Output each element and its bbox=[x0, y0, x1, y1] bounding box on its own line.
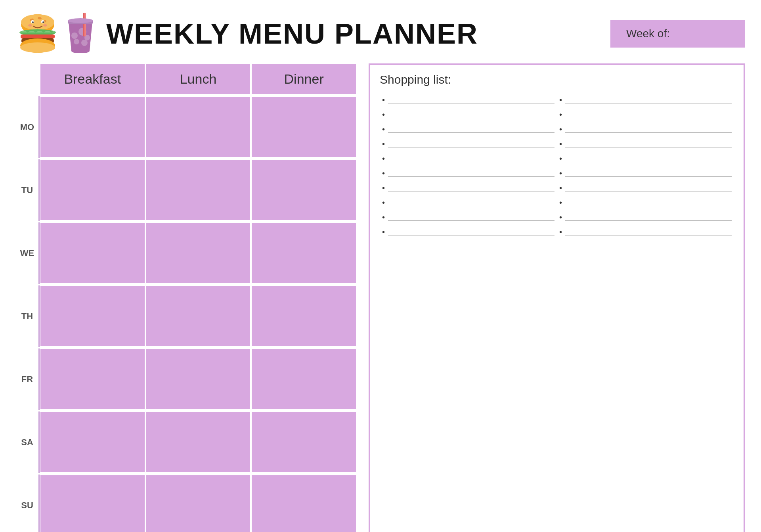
list-item[interactable]: • bbox=[557, 107, 734, 122]
planner-body: MO TU WE TH bbox=[16, 95, 357, 532]
bullet-icon: • bbox=[382, 110, 385, 119]
dinner-header: Dinner bbox=[251, 63, 357, 95]
shopping-line bbox=[565, 112, 732, 118]
shopping-line bbox=[388, 156, 554, 162]
sunday-dinner[interactable] bbox=[251, 475, 357, 532]
planner-column-headers: Breakfast Lunch Dinner bbox=[16, 63, 357, 95]
lunch-header: Lunch bbox=[145, 63, 251, 95]
svg-point-19 bbox=[74, 39, 79, 44]
header-icons bbox=[16, 12, 98, 55]
list-item[interactable]: • bbox=[380, 181, 557, 195]
shopping-line bbox=[388, 112, 554, 118]
drink-icon bbox=[63, 12, 98, 55]
list-item[interactable]: • bbox=[380, 93, 557, 107]
tuesday-breakfast[interactable] bbox=[40, 159, 145, 221]
bullet-icon: • bbox=[559, 96, 562, 105]
planner: Breakfast Lunch Dinner MO TU WE bbox=[16, 63, 357, 532]
list-item[interactable]: • bbox=[380, 122, 557, 137]
bullet-icon: • bbox=[382, 140, 385, 149]
bullet-icon: • bbox=[559, 228, 562, 237]
bullet-icon: • bbox=[559, 140, 562, 149]
list-item[interactable]: • bbox=[557, 195, 734, 210]
list-item[interactable]: • bbox=[557, 137, 734, 151]
wednesday-dinner[interactable] bbox=[251, 222, 357, 284]
table-row: MO bbox=[16, 95, 357, 158]
friday-breakfast[interactable] bbox=[40, 348, 145, 410]
bullet-icon: • bbox=[382, 169, 385, 178]
day-spacer bbox=[16, 63, 40, 95]
wednesday-lunch[interactable] bbox=[145, 222, 251, 284]
saturday-lunch[interactable] bbox=[145, 411, 251, 473]
table-row: SU bbox=[16, 473, 357, 532]
list-item[interactable]: • bbox=[557, 151, 734, 166]
list-item[interactable]: • bbox=[557, 166, 734, 181]
bullet-icon: • bbox=[382, 228, 385, 237]
day-saturday: SA bbox=[16, 411, 40, 473]
svg-point-10 bbox=[43, 24, 47, 27]
list-item[interactable]: • bbox=[557, 122, 734, 137]
tuesday-lunch[interactable] bbox=[145, 159, 251, 221]
bullet-icon: • bbox=[559, 213, 562, 222]
shopping-line bbox=[388, 200, 554, 206]
shopping-line bbox=[565, 185, 732, 191]
list-item[interactable]: • bbox=[557, 225, 734, 239]
shopping-line bbox=[388, 141, 554, 147]
svg-point-15 bbox=[20, 42, 55, 53]
list-item[interactable]: • bbox=[380, 107, 557, 122]
week-of-label: Week of: bbox=[626, 27, 670, 40]
list-item[interactable]: • bbox=[380, 210, 557, 225]
page-title: WEEKLY MENU PLANNER bbox=[106, 17, 610, 50]
svg-point-20 bbox=[81, 40, 88, 46]
bullet-icon: • bbox=[382, 198, 385, 207]
monday-breakfast[interactable] bbox=[40, 96, 145, 158]
shopping-line bbox=[565, 141, 732, 147]
bullet-icon: • bbox=[559, 110, 562, 119]
saturday-dinner[interactable] bbox=[251, 411, 357, 473]
list-item[interactable]: • bbox=[380, 137, 557, 151]
wednesday-breakfast[interactable] bbox=[40, 222, 145, 284]
list-item[interactable]: • bbox=[557, 93, 734, 107]
table-row: SA bbox=[16, 410, 357, 473]
bullet-icon: • bbox=[382, 96, 385, 105]
svg-point-9 bbox=[28, 24, 32, 27]
thursday-breakfast[interactable] bbox=[40, 285, 145, 347]
list-item[interactable]: • bbox=[380, 151, 557, 166]
shopping-line bbox=[565, 97, 732, 103]
bullet-icon: • bbox=[382, 213, 385, 222]
list-item[interactable]: • bbox=[557, 181, 734, 195]
list-item[interactable]: • bbox=[380, 195, 557, 210]
sunday-breakfast[interactable] bbox=[40, 475, 145, 532]
bullet-icon: • bbox=[559, 169, 562, 178]
saturday-breakfast[interactable] bbox=[40, 411, 145, 473]
shopping-line bbox=[388, 170, 554, 177]
svg-point-24 bbox=[68, 18, 93, 23]
tuesday-dinner[interactable] bbox=[251, 159, 357, 221]
friday-lunch[interactable] bbox=[145, 348, 251, 410]
week-of-box[interactable]: Week of: bbox=[610, 20, 745, 48]
list-item[interactable]: • bbox=[380, 166, 557, 181]
list-item[interactable]: • bbox=[380, 225, 557, 239]
shopping-line bbox=[388, 97, 554, 103]
day-friday: FR bbox=[16, 348, 40, 410]
sunday-lunch[interactable] bbox=[145, 475, 251, 532]
bullet-icon: • bbox=[559, 154, 562, 163]
svg-point-16 bbox=[71, 33, 78, 39]
monday-dinner[interactable] bbox=[251, 96, 357, 158]
main-layout: Breakfast Lunch Dinner MO TU WE bbox=[16, 63, 745, 532]
bullet-icon: • bbox=[559, 198, 562, 207]
day-monday: MO bbox=[16, 96, 40, 158]
friday-dinner[interactable] bbox=[251, 348, 357, 410]
shopping-line bbox=[388, 126, 554, 133]
list-item[interactable]: • bbox=[557, 210, 734, 225]
thursday-dinner[interactable] bbox=[251, 285, 357, 347]
monday-lunch[interactable] bbox=[145, 96, 251, 158]
shopping-section: Shopping list: • • • • • bbox=[369, 63, 745, 532]
bullet-icon: • bbox=[382, 125, 385, 134]
shopping-line bbox=[388, 229, 554, 235]
day-wednesday: WE bbox=[16, 222, 40, 284]
shopping-line bbox=[565, 229, 732, 235]
bullet-icon: • bbox=[382, 184, 385, 193]
table-row: TU bbox=[16, 158, 357, 221]
shopping-grid: • • • • • • bbox=[380, 93, 734, 239]
thursday-lunch[interactable] bbox=[145, 285, 251, 347]
